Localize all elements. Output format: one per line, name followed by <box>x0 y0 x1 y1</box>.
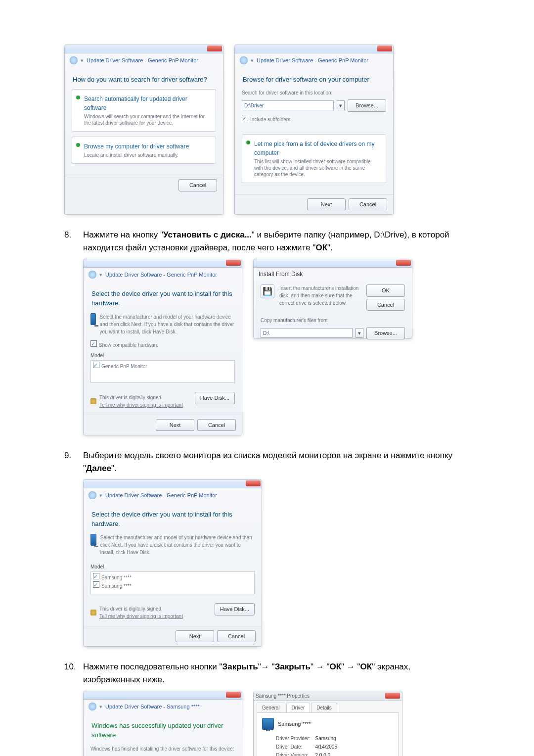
dialog-heading: Browse for driver software on your compu… <box>243 75 386 85</box>
monitor-icon <box>262 718 274 730</box>
breadcrumb: Update Driver Software - Generic PnP Mon… <box>257 56 368 65</box>
arrow-icon <box>246 141 250 144</box>
dialog-heading: Select the device driver you want to ins… <box>91 510 255 529</box>
step-10: 10. Нажмите последовательно кнопки "Закр… <box>64 661 470 756</box>
step-number: 8. <box>64 229 71 241</box>
browse-button[interactable]: Browse... <box>366 327 405 339</box>
dialog-title: Samsung **** Properties <box>256 692 310 700</box>
cancel-button[interactable]: Cancel <box>217 630 256 643</box>
close-icon[interactable] <box>246 480 261 486</box>
step-8: 8. Нажмите на кнопку "Установить с диска… <box>64 229 470 435</box>
have-disk-button[interactable]: Have Disk... <box>195 392 235 404</box>
signing-link[interactable]: Tell me why driver signing is important <box>99 613 183 620</box>
disk-icon: 💾 <box>261 284 274 298</box>
back-icon[interactable] <box>89 703 96 710</box>
location-input[interactable]: D:\Driver <box>242 100 334 110</box>
cancel-button[interactable]: Cancel <box>197 419 236 431</box>
tab-driver[interactable]: Driver <box>286 703 311 712</box>
show-compatible-checkbox[interactable] <box>90 340 97 347</box>
dialog-success: ▾Update Driver Software - Samsung **** W… <box>83 691 242 756</box>
close-icon[interactable] <box>396 260 411 266</box>
step-9: 9. Выберите модель своего монитора из сп… <box>64 449 470 647</box>
back-icon[interactable] <box>70 56 78 64</box>
close-icon[interactable] <box>207 46 222 51</box>
option-search-auto[interactable]: Search automatically for updated driver … <box>72 89 216 132</box>
copy-from-input[interactable]: D:\ <box>261 328 353 338</box>
breadcrumb: Update Driver Software - Generic PnP Mon… <box>105 271 217 279</box>
model-item-check <box>93 362 99 368</box>
dialog-select-driver: ▾Update Driver Software - Generic PnP Mo… <box>83 259 242 435</box>
close-icon[interactable] <box>385 693 400 699</box>
back-icon[interactable] <box>240 56 248 64</box>
dialog-browse: ▾Update Driver Software - Generic PnP Mo… <box>234 45 394 215</box>
close-icon[interactable] <box>226 692 241 698</box>
close-icon[interactable] <box>226 260 241 266</box>
back-icon[interactable] <box>89 491 96 499</box>
titlebar <box>235 45 393 53</box>
arrow-icon <box>76 143 80 147</box>
dialog-select-model: ▾Update Driver Software - Generic PnP Mo… <box>83 479 262 647</box>
have-disk-button[interactable]: Have Disk... <box>215 603 255 615</box>
dropdown-icon[interactable]: ▾ <box>356 328 363 338</box>
next-button[interactable]: Next <box>176 630 214 643</box>
cancel-button[interactable]: Cancel <box>178 179 217 191</box>
next-button[interactable]: Next <box>307 198 346 211</box>
ok-button[interactable]: OK <box>366 284 405 297</box>
shield-icon <box>90 398 96 404</box>
option-pick-from-list[interactable]: Let me pick from a list of device driver… <box>242 134 386 183</box>
back-icon[interactable] <box>89 271 96 279</box>
dialog-heading: Select the device driver you want to ins… <box>91 289 235 308</box>
dialog-heading: Windows has successfully updated your dr… <box>91 721 235 740</box>
monitor-icon <box>90 313 96 325</box>
include-subfolders-checkbox[interactable] <box>242 115 248 121</box>
dialog-heading: How do you want to search for driver sof… <box>73 75 216 85</box>
cancel-button[interactable]: Cancel <box>349 198 387 211</box>
dropdown-icon[interactable]: ▾ <box>337 100 345 110</box>
tab-details[interactable]: Details <box>311 703 337 712</box>
shield-icon <box>90 610 96 615</box>
signing-link[interactable]: Tell me why driver signing is important <box>99 401 183 409</box>
arrow-icon <box>76 95 80 99</box>
step-number: 10. <box>64 661 76 673</box>
dialog-search-method: ▾Update Driver Software - Generic PnP Mo… <box>64 45 223 215</box>
dialog-install-from-disk: Install From Disk 💾 Insert the manufactu… <box>253 259 412 339</box>
location-label: Search for driver software in this locat… <box>242 89 386 96</box>
option-browse[interactable]: Browse my computer for driver software L… <box>72 137 216 164</box>
breadcrumb: Update Driver Software - Generic PnP Mon… <box>105 491 217 500</box>
tab-general[interactable]: General <box>257 703 285 712</box>
dialog-properties: Samsung **** Properties General Driver D… <box>253 691 402 756</box>
model-list[interactable]: Samsung **** Samsung **** <box>90 571 255 594</box>
cancel-button[interactable]: Cancel <box>366 299 405 311</box>
model-list[interactable]: Generic PnP Monitor <box>90 360 235 383</box>
step-number: 9. <box>64 449 71 462</box>
breadcrumb: Update Driver Software - Samsung **** <box>105 703 200 711</box>
breadcrumb: Update Driver Software - Generic PnP Mon… <box>87 56 198 65</box>
monitor-icon <box>90 534 96 546</box>
browse-button[interactable]: Browse... <box>348 99 386 112</box>
titlebar <box>65 45 223 53</box>
next-button[interactable]: Next <box>156 419 194 431</box>
close-icon[interactable] <box>377 46 392 51</box>
dialog-title: Install From Disk <box>254 268 412 281</box>
